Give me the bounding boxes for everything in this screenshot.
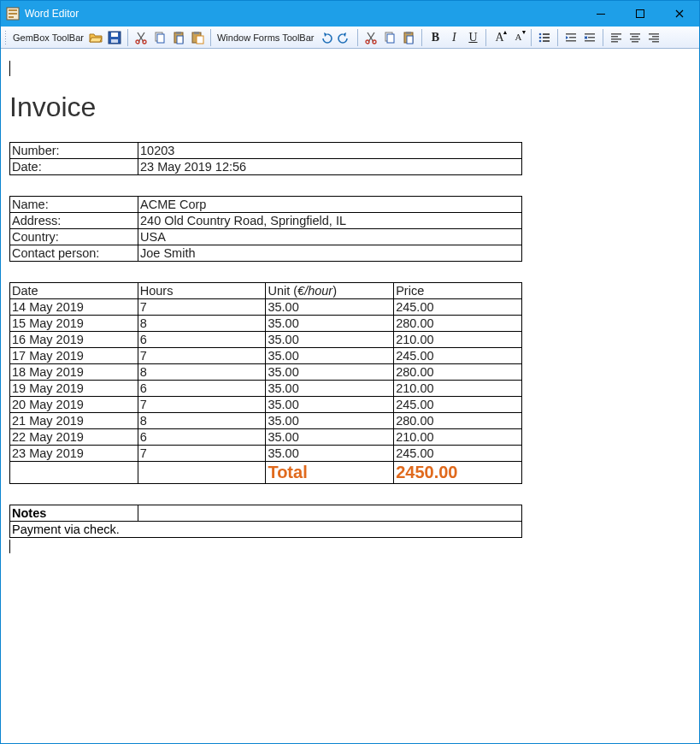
svg-rect-1: [9, 9, 17, 11]
cell-date[interactable]: 22 May 2019: [10, 429, 138, 446]
meta-number-value[interactable]: 10203: [138, 143, 522, 159]
cell-hours[interactable]: 6: [138, 429, 266, 446]
cell-price[interactable]: 245.00: [394, 348, 522, 364]
cell-unit[interactable]: 35.00: [266, 332, 394, 348]
cell-hours[interactable]: 8: [138, 364, 266, 381]
cell-date[interactable]: 23 May 2019: [10, 446, 138, 462]
cell-date[interactable]: 20 May 2019: [10, 397, 138, 413]
cust-contact-label[interactable]: Contact person:: [10, 245, 138, 262]
cell-date[interactable]: 16 May 2019: [10, 332, 138, 348]
svg-rect-7: [111, 32, 118, 37]
cut-button-2[interactable]: [362, 29, 379, 46]
cust-contact-value[interactable]: Joe Smith: [138, 245, 522, 262]
cell-hours[interactable]: 7: [138, 299, 266, 316]
table-row: Name:ACME Corp: [10, 197, 522, 213]
cust-name-label[interactable]: Name:: [10, 197, 138, 213]
paste-button[interactable]: [170, 29, 187, 46]
cell-price[interactable]: 280.00: [394, 316, 522, 332]
minimize-button[interactable]: [581, 1, 621, 27]
cust-name-value[interactable]: ACME Corp: [138, 197, 522, 213]
table-row: Date: 23 May 2019 12:56: [10, 159, 522, 175]
cell-price[interactable]: 245.00: [394, 397, 522, 413]
cell-hours[interactable]: 8: [138, 413, 266, 429]
increase-font-button[interactable]: A▲: [491, 29, 508, 46]
cell-price[interactable]: 245.00: [394, 446, 522, 462]
cell-unit[interactable]: 35.00: [266, 429, 394, 446]
toolbar-grip[interactable]: [4, 30, 8, 45]
cell-unit[interactable]: 35.00: [266, 446, 394, 462]
svg-rect-48: [649, 38, 659, 40]
decrease-indent-button[interactable]: [562, 29, 579, 46]
col-unit[interactable]: Unit (€/hour): [266, 283, 394, 299]
underline-button[interactable]: U: [464, 29, 481, 46]
meta-number-label[interactable]: Number:: [10, 143, 138, 159]
cell-date[interactable]: 15 May 2019: [10, 316, 138, 332]
table-row: 17 May 2019735.00245.00: [10, 348, 522, 364]
cell-hours[interactable]: 7: [138, 397, 266, 413]
cell-unit[interactable]: 35.00: [266, 348, 394, 364]
col-price[interactable]: Price: [394, 283, 522, 299]
cell-hours[interactable]: 8: [138, 316, 266, 332]
cell-unit[interactable]: 35.00: [266, 299, 394, 316]
col-date[interactable]: Date: [10, 283, 138, 299]
cust-address-label[interactable]: Address:: [10, 213, 138, 229]
paste-button-2[interactable]: [400, 29, 417, 46]
cell-price[interactable]: 210.00: [394, 381, 522, 397]
notes-body[interactable]: Payment via check.: [10, 522, 522, 538]
svg-rect-4: [597, 14, 605, 15]
bold-button[interactable]: B: [426, 29, 444, 46]
cell-unit[interactable]: 35.00: [266, 316, 394, 332]
document-area[interactable]: Invoice Number: 10203 Date: 23 May 2019 …: [1, 49, 699, 743]
cell-date[interactable]: 18 May 2019: [10, 364, 138, 381]
maximize-button[interactable]: [621, 1, 660, 27]
cell-unit[interactable]: 35.00: [266, 364, 394, 381]
cust-country-value[interactable]: USA: [138, 229, 522, 245]
svg-point-28: [539, 36, 542, 38]
close-button[interactable]: [660, 1, 699, 27]
cell-hours[interactable]: 7: [138, 446, 266, 462]
cell-unit[interactable]: 35.00: [266, 381, 394, 397]
cust-address-value[interactable]: 240 Old Country Road, Springfield, IL: [138, 213, 522, 229]
align-left-button[interactable]: [608, 29, 625, 46]
cell-hours[interactable]: 6: [138, 332, 266, 348]
align-center-button[interactable]: [626, 29, 644, 46]
cell-date[interactable]: 14 May 2019: [10, 299, 138, 316]
open-button[interactable]: [87, 29, 104, 46]
cell-hours[interactable]: 6: [138, 381, 266, 397]
total-value[interactable]: 2450.00: [394, 462, 522, 484]
cell-price[interactable]: 280.00: [394, 413, 522, 429]
redo-button[interactable]: [336, 29, 353, 46]
cell-date[interactable]: 19 May 2019: [10, 381, 138, 397]
bullet-list-button[interactable]: [536, 29, 553, 46]
col-hours[interactable]: Hours: [138, 283, 266, 299]
align-right-button[interactable]: [645, 29, 662, 46]
decrease-font-button[interactable]: A▼: [509, 29, 526, 46]
svg-rect-15: [177, 36, 183, 44]
meta-date-value[interactable]: 23 May 2019 12:56: [138, 159, 522, 175]
copy-button[interactable]: [151, 29, 168, 46]
items-table: Date Hours Unit (€/hour) Price 14 May 20…: [9, 282, 522, 484]
cell-unit[interactable]: 35.00: [266, 397, 394, 413]
meta-date-label[interactable]: Date:: [10, 159, 138, 175]
cell-price[interactable]: 210.00: [394, 332, 522, 348]
save-button[interactable]: [106, 29, 123, 46]
cust-country-label[interactable]: Country:: [10, 229, 138, 245]
total-label[interactable]: Total: [266, 462, 394, 484]
paste-special-button[interactable]: [189, 29, 206, 46]
table-header-row: Date Hours Unit (€/hour) Price: [10, 283, 522, 299]
svg-rect-43: [632, 36, 638, 38]
undo-button[interactable]: [317, 29, 334, 46]
cut-button[interactable]: [132, 29, 150, 46]
cell-price[interactable]: 210.00: [394, 429, 522, 446]
italic-button[interactable]: I: [445, 29, 462, 46]
cell-date[interactable]: 21 May 2019: [10, 413, 138, 429]
cell-price[interactable]: 280.00: [394, 364, 522, 381]
cell-price[interactable]: 245.00: [394, 299, 522, 316]
cell-unit[interactable]: 35.00: [266, 413, 394, 429]
notes-header[interactable]: Notes: [10, 505, 138, 522]
increase-indent-button[interactable]: [581, 29, 598, 46]
cell-hours[interactable]: 7: [138, 348, 266, 364]
copy-button-2[interactable]: [381, 29, 398, 46]
svg-point-20: [373, 40, 376, 44]
cell-date[interactable]: 17 May 2019: [10, 348, 138, 364]
